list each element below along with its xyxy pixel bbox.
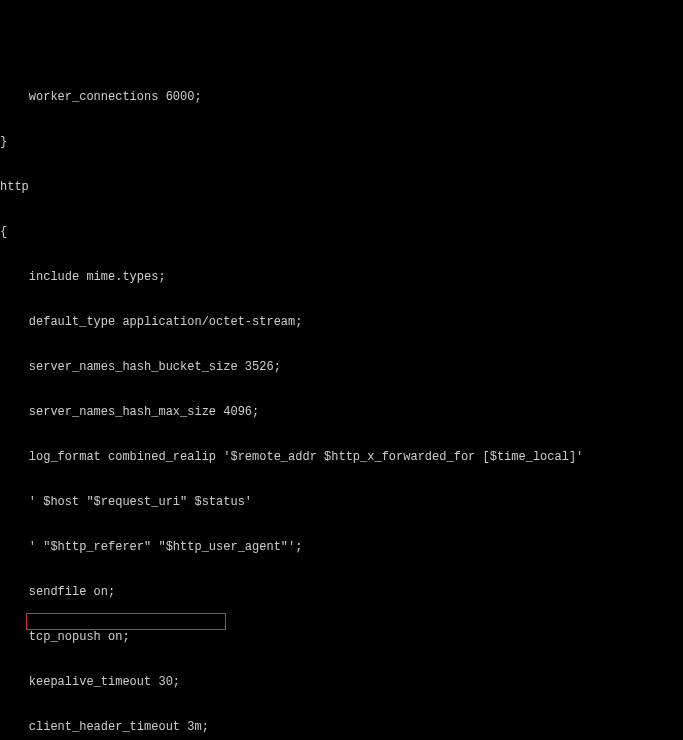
code-line: sendfile on; bbox=[0, 585, 683, 600]
code-line: server_names_hash_bucket_size 3526; bbox=[0, 360, 683, 375]
vim-editor-viewport[interactable]: worker_connections 6000; } http { includ… bbox=[0, 60, 683, 740]
code-line: client_header_timeout 3m; bbox=[0, 720, 683, 735]
annotation-highlight-box bbox=[26, 613, 226, 630]
code-line: tcp_nopush on; bbox=[0, 630, 683, 645]
code-line: ' "$http_referer" "$http_user_agent"'; bbox=[0, 540, 683, 555]
code-line: default_type application/octet-stream; bbox=[0, 315, 683, 330]
code-line: http bbox=[0, 180, 683, 195]
code-line: worker_connections 6000; bbox=[0, 90, 683, 105]
code-line: { bbox=[0, 225, 683, 240]
code-line: ' $host "$request_uri" $status' bbox=[0, 495, 683, 510]
code-line: server_names_hash_max_size 4096; bbox=[0, 405, 683, 420]
code-line: keepalive_timeout 30; bbox=[0, 675, 683, 690]
code-line: include mime.types; bbox=[0, 270, 683, 285]
code-line: log_format combined_realip '$remote_addr… bbox=[0, 450, 683, 465]
code-line: } bbox=[0, 135, 683, 150]
